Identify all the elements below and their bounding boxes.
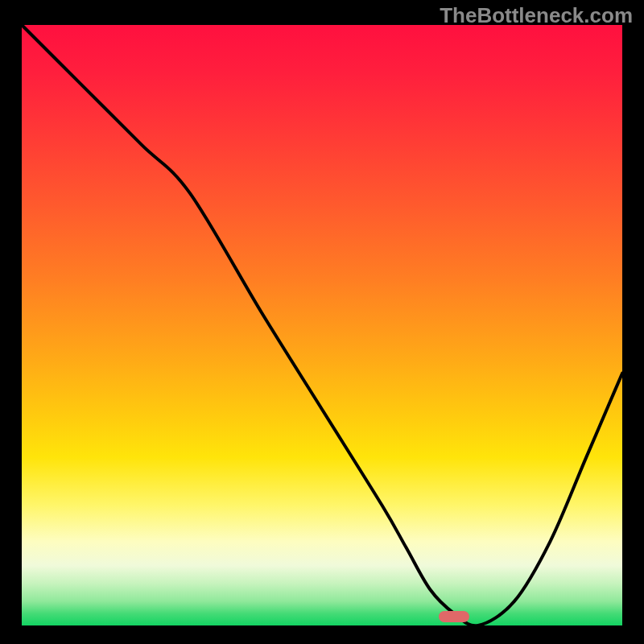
bottleneck-curve — [22, 25, 622, 625]
plot-area — [22, 25, 622, 625]
curve-path — [22, 25, 622, 625]
optimum-marker — [439, 611, 469, 622]
chart-frame: TheBottleneck.com — [0, 0, 644, 644]
